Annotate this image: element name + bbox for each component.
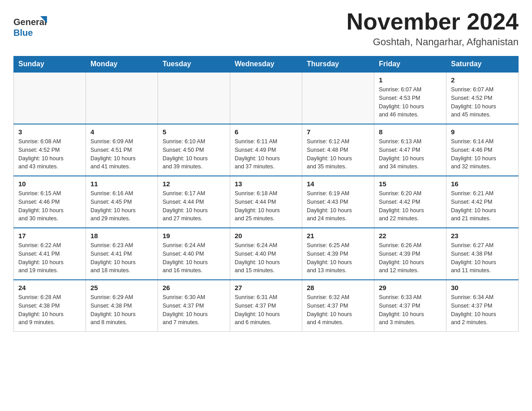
weekday-header-row: SundayMondayTuesdayWednesdayThursdayFrid… bbox=[14, 56, 519, 73]
day-number: 16 bbox=[451, 180, 514, 188]
day-info: Sunrise: 6:07 AMSunset: 4:53 PMDaylight:… bbox=[379, 86, 442, 119]
day-cell: 5Sunrise: 6:10 AMSunset: 4:50 PMDaylight… bbox=[158, 124, 230, 176]
day-info: Sunrise: 6:10 AMSunset: 4:50 PMDaylight:… bbox=[163, 137, 225, 171]
day-info: Sunrise: 6:34 AMSunset: 4:37 PMDaylight:… bbox=[451, 293, 514, 327]
day-info: Sunrise: 6:20 AMSunset: 4:42 PMDaylight:… bbox=[379, 189, 442, 223]
day-info: Sunrise: 6:30 AMSunset: 4:37 PMDaylight:… bbox=[163, 293, 225, 327]
day-cell: 17Sunrise: 6:22 AMSunset: 4:41 PMDayligh… bbox=[14, 228, 86, 280]
week-row-5: 24Sunrise: 6:28 AMSunset: 4:38 PMDayligh… bbox=[14, 280, 519, 332]
day-number: 7 bbox=[307, 128, 369, 136]
day-info: Sunrise: 6:21 AMSunset: 4:42 PMDaylight:… bbox=[451, 189, 514, 223]
title-area: November 2024 Goshtah, Nangarhar, Afghan… bbox=[347, 9, 519, 48]
day-cell: 18Sunrise: 6:23 AMSunset: 4:41 PMDayligh… bbox=[86, 228, 158, 280]
day-cell bbox=[14, 72, 86, 124]
day-number: 24 bbox=[18, 284, 81, 291]
weekday-header-tuesday: Tuesday bbox=[158, 56, 230, 73]
day-cell: 13Sunrise: 6:18 AMSunset: 4:44 PMDayligh… bbox=[230, 176, 302, 228]
header: General Blue November 2024 Goshtah, Nang… bbox=[13, 9, 519, 48]
day-info: Sunrise: 6:18 AMSunset: 4:44 PMDaylight:… bbox=[235, 189, 297, 223]
day-cell: 14Sunrise: 6:19 AMSunset: 4:43 PMDayligh… bbox=[302, 176, 374, 228]
week-row-1: 1Sunrise: 6:07 AMSunset: 4:53 PMDaylight… bbox=[14, 72, 519, 124]
day-number: 15 bbox=[379, 180, 442, 188]
day-info: Sunrise: 6:11 AMSunset: 4:49 PMDaylight:… bbox=[235, 137, 297, 171]
day-number: 14 bbox=[307, 180, 369, 188]
calendar-body: 1Sunrise: 6:07 AMSunset: 4:53 PMDaylight… bbox=[14, 72, 519, 332]
day-info: Sunrise: 6:17 AMSunset: 4:44 PMDaylight:… bbox=[163, 189, 225, 223]
day-info: Sunrise: 6:28 AMSunset: 4:38 PMDaylight:… bbox=[18, 293, 81, 327]
week-row-2: 3Sunrise: 6:08 AMSunset: 4:52 PMDaylight… bbox=[14, 124, 519, 176]
day-cell: 15Sunrise: 6:20 AMSunset: 4:42 PMDayligh… bbox=[374, 176, 446, 228]
day-cell: 4Sunrise: 6:09 AMSunset: 4:51 PMDaylight… bbox=[86, 124, 158, 176]
weekday-header-friday: Friday bbox=[374, 56, 446, 73]
day-cell: 26Sunrise: 6:30 AMSunset: 4:37 PMDayligh… bbox=[158, 280, 230, 332]
day-number: 3 bbox=[18, 128, 81, 136]
day-number: 13 bbox=[235, 180, 297, 188]
day-info: Sunrise: 6:08 AMSunset: 4:52 PMDaylight:… bbox=[18, 137, 81, 171]
day-cell: 25Sunrise: 6:29 AMSunset: 4:38 PMDayligh… bbox=[86, 280, 158, 332]
logo: General Blue bbox=[13, 9, 49, 43]
day-info: Sunrise: 6:32 AMSunset: 4:37 PMDaylight:… bbox=[307, 293, 369, 327]
day-number: 4 bbox=[90, 128, 153, 136]
day-number: 8 bbox=[379, 128, 442, 136]
day-info: Sunrise: 6:24 AMSunset: 4:40 PMDaylight:… bbox=[163, 241, 225, 275]
day-info: Sunrise: 6:23 AMSunset: 4:41 PMDaylight:… bbox=[90, 241, 153, 275]
day-info: Sunrise: 6:09 AMSunset: 4:51 PMDaylight:… bbox=[90, 137, 153, 171]
day-cell: 11Sunrise: 6:16 AMSunset: 4:45 PMDayligh… bbox=[86, 176, 158, 228]
day-info: Sunrise: 6:13 AMSunset: 4:47 PMDaylight:… bbox=[379, 137, 442, 171]
day-cell: 10Sunrise: 6:15 AMSunset: 4:46 PMDayligh… bbox=[14, 176, 86, 228]
day-info: Sunrise: 6:15 AMSunset: 4:46 PMDaylight:… bbox=[18, 189, 81, 223]
weekday-header-thursday: Thursday bbox=[302, 56, 374, 73]
day-number: 25 bbox=[90, 284, 153, 291]
day-number: 18 bbox=[90, 232, 153, 240]
day-cell: 24Sunrise: 6:28 AMSunset: 4:38 PMDayligh… bbox=[14, 280, 86, 332]
day-number: 20 bbox=[235, 232, 297, 240]
day-number: 22 bbox=[379, 232, 442, 240]
day-cell: 20Sunrise: 6:24 AMSunset: 4:40 PMDayligh… bbox=[230, 228, 302, 280]
day-cell bbox=[86, 72, 158, 124]
day-cell: 21Sunrise: 6:25 AMSunset: 4:39 PMDayligh… bbox=[302, 228, 374, 280]
day-cell: 6Sunrise: 6:11 AMSunset: 4:49 PMDaylight… bbox=[230, 124, 302, 176]
day-number: 21 bbox=[307, 232, 369, 240]
day-info: Sunrise: 6:26 AMSunset: 4:39 PMDaylight:… bbox=[379, 241, 442, 275]
day-number: 1 bbox=[379, 76, 442, 84]
weekday-header-wednesday: Wednesday bbox=[230, 56, 302, 73]
day-info: Sunrise: 6:24 AMSunset: 4:40 PMDaylight:… bbox=[235, 241, 297, 275]
day-number: 9 bbox=[451, 128, 514, 136]
day-cell: 19Sunrise: 6:24 AMSunset: 4:40 PMDayligh… bbox=[158, 228, 230, 280]
day-info: Sunrise: 6:31 AMSunset: 4:37 PMDaylight:… bbox=[235, 293, 297, 327]
day-cell: 8Sunrise: 6:13 AMSunset: 4:47 PMDaylight… bbox=[374, 124, 446, 176]
day-cell: 9Sunrise: 6:14 AMSunset: 4:46 PMDaylight… bbox=[446, 124, 519, 176]
day-number: 23 bbox=[451, 232, 514, 240]
day-number: 2 bbox=[451, 76, 514, 84]
day-cell bbox=[302, 72, 374, 124]
day-cell: 3Sunrise: 6:08 AMSunset: 4:52 PMDaylight… bbox=[14, 124, 86, 176]
week-row-3: 10Sunrise: 6:15 AMSunset: 4:46 PMDayligh… bbox=[14, 176, 519, 228]
day-info: Sunrise: 6:12 AMSunset: 4:48 PMDaylight:… bbox=[307, 137, 369, 171]
day-info: Sunrise: 6:25 AMSunset: 4:39 PMDaylight:… bbox=[307, 241, 369, 275]
location-title: Goshtah, Nangarhar, Afghanistan bbox=[347, 36, 519, 48]
day-cell: 29Sunrise: 6:33 AMSunset: 4:37 PMDayligh… bbox=[374, 280, 446, 332]
day-info: Sunrise: 6:33 AMSunset: 4:37 PMDaylight:… bbox=[379, 293, 442, 327]
day-number: 30 bbox=[451, 284, 514, 291]
day-info: Sunrise: 6:19 AMSunset: 4:43 PMDaylight:… bbox=[307, 189, 369, 223]
day-cell: 27Sunrise: 6:31 AMSunset: 4:37 PMDayligh… bbox=[230, 280, 302, 332]
day-number: 10 bbox=[18, 180, 81, 188]
day-number: 5 bbox=[163, 128, 225, 136]
month-title: November 2024 bbox=[347, 9, 519, 34]
day-number: 6 bbox=[235, 128, 297, 136]
week-row-4: 17Sunrise: 6:22 AMSunset: 4:41 PMDayligh… bbox=[14, 228, 519, 280]
day-cell bbox=[230, 72, 302, 124]
day-cell bbox=[158, 72, 230, 124]
day-cell: 22Sunrise: 6:26 AMSunset: 4:39 PMDayligh… bbox=[374, 228, 446, 280]
day-number: 19 bbox=[163, 232, 225, 240]
day-number: 28 bbox=[307, 284, 369, 291]
svg-text:Blue: Blue bbox=[13, 28, 33, 38]
day-number: 29 bbox=[379, 284, 442, 291]
day-cell: 12Sunrise: 6:17 AMSunset: 4:44 PMDayligh… bbox=[158, 176, 230, 228]
day-info: Sunrise: 6:07 AMSunset: 4:52 PMDaylight:… bbox=[451, 86, 514, 119]
day-cell: 1Sunrise: 6:07 AMSunset: 4:53 PMDaylight… bbox=[374, 72, 446, 124]
day-info: Sunrise: 6:29 AMSunset: 4:38 PMDaylight:… bbox=[90, 293, 153, 327]
day-cell: 28Sunrise: 6:32 AMSunset: 4:37 PMDayligh… bbox=[302, 280, 374, 332]
day-cell: 7Sunrise: 6:12 AMSunset: 4:48 PMDaylight… bbox=[302, 124, 374, 176]
day-number: 17 bbox=[18, 232, 81, 240]
